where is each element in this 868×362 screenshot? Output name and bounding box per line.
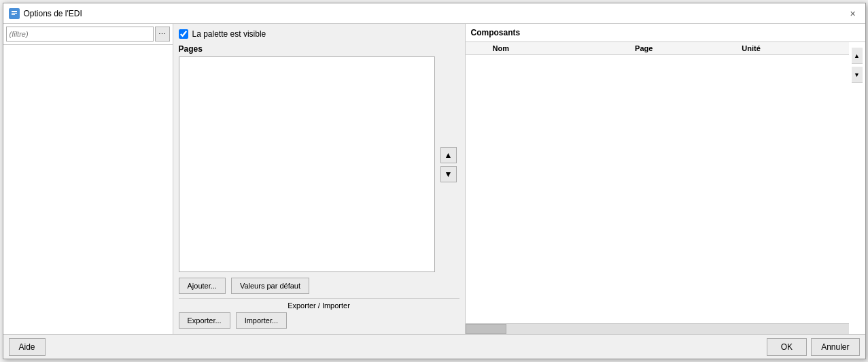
window-icon [9,8,20,19]
horiz-scroll[interactable] [466,323,849,334]
ok-button[interactable]: OK [767,338,807,356]
footer: Aide OK Annuler [3,334,865,359]
palette-visible-label: La palette est visible [192,29,266,39]
svg-rect-1 [12,11,17,12]
svg-rect-2 [12,13,17,14]
filter-button[interactable]: ⋯ [155,27,170,42]
btn-row-2: Exporter... Importer... [179,312,459,329]
col-icon-header [466,44,490,52]
h-scroll-thumb [466,324,506,334]
move-down-button[interactable]: ▼ [440,166,457,182]
table-scroll-down-button[interactable]: ▼ [852,67,863,83]
ajouter-button[interactable]: Ajouter... [179,278,226,294]
move-buttons: ▲ ▼ [438,56,459,272]
table-scroll-up-button[interactable]: ▲ [852,48,863,64]
title-bar-left: Options de l'EDI [9,8,82,19]
footer-right: OK Annuler [767,338,860,356]
export-label: Exporter / Importer [179,301,459,310]
right-table-area: Nom Page Unité [466,42,849,334]
move-up-button[interactable]: ▲ [440,147,457,163]
composants-header: Composants [466,24,865,42]
filter-bar: ⋯ [3,24,173,45]
content-area: ⋯ La palette est visible Pages ▲ ▼ Ajou [3,24,865,334]
title-bar: Options de l'EDI × [3,3,865,24]
export-section: Exporter / Importer Exporter... Importer… [179,298,459,329]
col-nom-header: Nom [490,44,636,52]
h-scroll-track [466,324,849,334]
pages-list[interactable] [179,56,435,272]
tree-panel[interactable] [3,45,173,334]
pages-label: Pages [179,44,459,54]
filter-input[interactable] [6,27,154,42]
importer-button[interactable]: Importer... [236,312,288,329]
middle-panel: La palette est visible Pages ▲ ▼ Ajouter… [173,24,466,334]
aide-button[interactable]: Aide [9,338,46,356]
btn-row-1: Ajouter... Valeurs par défaut [179,278,459,294]
annuler-button[interactable]: Annuler [811,338,859,356]
valeurs-button[interactable]: Valeurs par défaut [231,278,309,294]
left-panel: ⋯ [3,24,173,334]
main-window: Options de l'EDI × ⋯ La palette est visi… [3,3,866,359]
right-panel: Composants Nom Page Unité [466,24,865,334]
pages-area: ▲ ▼ [179,56,459,272]
table-header: Nom Page Unité [466,42,849,55]
table-body[interactable] [466,55,849,323]
col-page-header: Page [635,44,742,52]
right-side-buttons: ▲ ▼ [849,42,865,334]
bottom-buttons: Ajouter... Valeurs par défaut Exporter /… [179,278,459,329]
col-unite-header: Unité [742,44,848,52]
close-button[interactable]: × [846,7,860,20]
svg-rect-3 [12,14,15,15]
palette-visible-row: La palette est visible [179,29,459,39]
right-area: Nom Page Unité ▲ ▼ [466,42,865,334]
exporter-button[interactable]: Exporter... [179,312,230,329]
window-title: Options de l'EDI [24,9,82,18]
palette-visible-checkbox[interactable] [179,29,188,39]
